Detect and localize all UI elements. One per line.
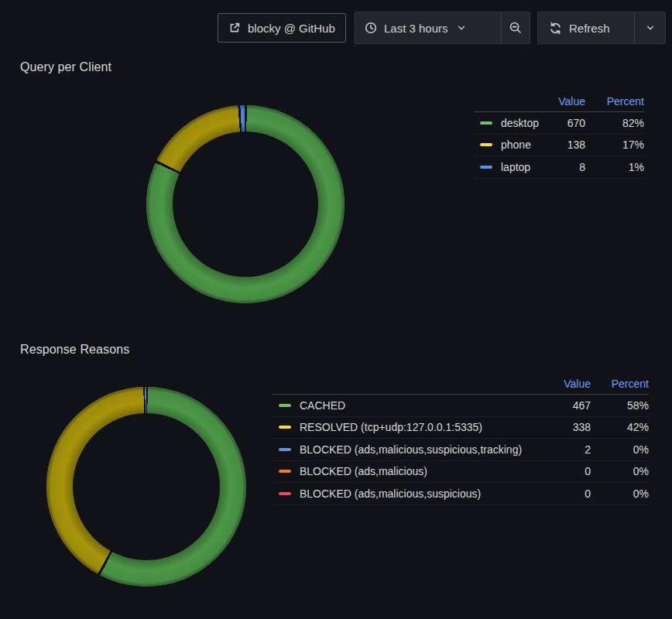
series-color-swatch[interactable] bbox=[480, 121, 492, 125]
series-percent: 82% bbox=[585, 117, 644, 129]
series-label-cell: CACHED bbox=[273, 399, 544, 412]
legend-header-percent[interactable]: Percent bbox=[591, 378, 649, 390]
time-range-picker-group: Last 3 hours bbox=[355, 12, 530, 44]
series-label[interactable]: BLOCKED (ads,malicious,suspicious,tracki… bbox=[300, 443, 522, 456]
refresh-button[interactable]: Refresh bbox=[538, 12, 634, 43]
legend-row: BLOCKED (ads,malicious)00% bbox=[273, 461, 649, 484]
zoom-out-time-range-button[interactable] bbox=[502, 12, 530, 43]
series-label-cell: BLOCKED (ads,malicious,suspicious) bbox=[273, 487, 544, 500]
series-percent: 0% bbox=[591, 465, 649, 477]
external-link-icon bbox=[228, 22, 241, 34]
series-color-swatch[interactable] bbox=[480, 143, 492, 146]
legend-header-value[interactable]: Value bbox=[544, 378, 591, 390]
series-label-cell: laptop bbox=[474, 161, 539, 173]
query-per-client-legend: ValuePercentdesktop67082%phone13817%lapt… bbox=[474, 91, 644, 179]
series-value: 2 bbox=[544, 443, 591, 456]
series-label[interactable]: BLOCKED (ads,malicious,suspicious) bbox=[300, 487, 481, 500]
series-label[interactable]: desktop bbox=[501, 117, 539, 129]
panel-title-response-reasons[interactable]: Response Reasons bbox=[20, 343, 129, 357]
series-color-swatch[interactable] bbox=[279, 404, 291, 407]
panel-title-query-per-client[interactable]: Query per Client bbox=[20, 60, 111, 74]
series-label-cell: BLOCKED (ads,malicious) bbox=[273, 465, 544, 477]
series-percent: 17% bbox=[585, 139, 644, 151]
chevron-down-icon bbox=[457, 23, 466, 32]
legend-row: phone13817% bbox=[474, 135, 644, 157]
legend-row: BLOCKED (ads,malicious,suspicious)00% bbox=[273, 483, 649, 505]
series-label[interactable]: laptop bbox=[501, 161, 530, 173]
series-value: 0 bbox=[544, 487, 591, 500]
series-value: 338 bbox=[544, 421, 591, 433]
github-link-button[interactable]: blocky @ GitHub bbox=[218, 13, 346, 43]
refresh-interval-dropdown[interactable] bbox=[635, 12, 665, 43]
series-value: 0 bbox=[544, 465, 591, 477]
github-button-label: blocky @ GitHub bbox=[248, 22, 335, 35]
series-color-swatch[interactable] bbox=[279, 426, 291, 429]
legend-header-value[interactable]: Value bbox=[539, 95, 585, 108]
series-color-swatch[interactable] bbox=[279, 448, 291, 451]
legend-row: BLOCKED (ads,malicious,suspicious,tracki… bbox=[273, 439, 649, 461]
series-percent: 0% bbox=[591, 443, 649, 456]
time-range-picker[interactable]: Last 3 hours bbox=[355, 12, 501, 43]
time-range-label: Last 3 hours bbox=[384, 22, 448, 35]
refresh-icon bbox=[549, 22, 562, 35]
series-label[interactable]: CACHED bbox=[300, 399, 345, 412]
series-label-cell: desktop bbox=[474, 117, 539, 129]
refresh-button-label: Refresh bbox=[569, 22, 610, 35]
legend-row: desktop67082% bbox=[474, 112, 644, 135]
legend-row: CACHED46758% bbox=[273, 395, 649, 417]
chevron-down-icon bbox=[646, 23, 655, 32]
series-value: 138 bbox=[539, 139, 585, 151]
legend-row: RESOLVED (tcp+udp:127.0.0.1:5335)33842% bbox=[273, 417, 649, 439]
series-percent: 1% bbox=[585, 161, 644, 173]
response-reasons-legend: ValuePercentCACHED46758%RESOLVED (tcp+ud… bbox=[273, 374, 649, 505]
refresh-button-group: Refresh bbox=[537, 12, 666, 44]
series-value: 467 bbox=[544, 399, 591, 412]
zoom-out-icon bbox=[509, 21, 523, 35]
series-color-swatch[interactable] bbox=[279, 492, 291, 495]
legend-header-percent[interactable]: Percent bbox=[585, 95, 644, 108]
series-percent: 58% bbox=[591, 399, 649, 412]
series-label-cell: BLOCKED (ads,malicious,suspicious,tracki… bbox=[273, 443, 544, 456]
series-label[interactable]: phone bbox=[501, 139, 531, 151]
series-value: 8 bbox=[539, 161, 585, 173]
series-color-swatch[interactable] bbox=[279, 470, 291, 473]
legend-row: laptop81% bbox=[474, 156, 644, 179]
legend-header-row: ValuePercent bbox=[273, 374, 649, 395]
legend-header-row: ValuePercent bbox=[474, 91, 644, 112]
query-per-client-donut-chart[interactable] bbox=[146, 105, 345, 303]
clock-icon bbox=[365, 22, 377, 34]
series-color-swatch[interactable] bbox=[480, 166, 492, 169]
series-label-cell: phone bbox=[474, 139, 539, 151]
response-reasons-donut-chart[interactable] bbox=[46, 387, 246, 587]
series-percent: 42% bbox=[591, 421, 649, 433]
series-label-cell: RESOLVED (tcp+udp:127.0.0.1:5335) bbox=[273, 421, 544, 433]
series-percent: 0% bbox=[591, 487, 649, 500]
series-value: 670 bbox=[539, 117, 585, 129]
series-label[interactable]: RESOLVED (tcp+udp:127.0.0.1:5335) bbox=[300, 421, 482, 433]
series-label[interactable]: BLOCKED (ads,malicious) bbox=[300, 465, 427, 477]
